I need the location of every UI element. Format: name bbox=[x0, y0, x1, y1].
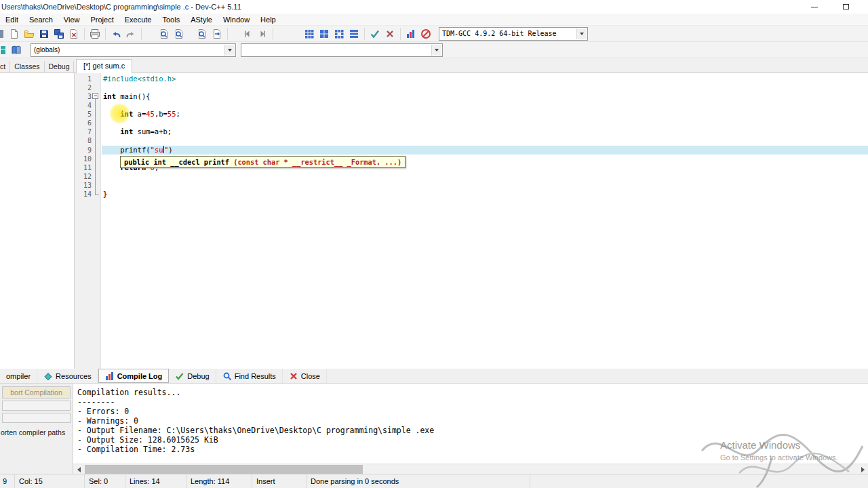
devcpp-window: Users\thaks\OneDrive\Desktop\C programmi… bbox=[0, 0, 868, 488]
print-icon[interactable] bbox=[87, 26, 102, 41]
menu-item-help[interactable]: Help bbox=[255, 14, 281, 25]
delete-profiling-icon[interactable] bbox=[418, 26, 433, 41]
menu-item-window[interactable]: Window bbox=[218, 14, 255, 25]
syntax-check-icon[interactable] bbox=[368, 26, 382, 41]
maximize-button[interactable] bbox=[830, 0, 861, 14]
code-line-14[interactable]: } bbox=[102, 190, 868, 199]
chevron-down-icon[interactable] bbox=[431, 45, 441, 56]
panel-tab-ct[interactable]: ct bbox=[0, 61, 10, 73]
compile-log-output[interactable]: Compilation results...--------- Errors: … bbox=[73, 384, 868, 463]
code-line-13[interactable] bbox=[102, 181, 868, 190]
back-icon[interactable] bbox=[240, 26, 255, 41]
code-editor[interactable]: 1234567891011121314 #include<stdio.h>int… bbox=[75, 73, 868, 369]
forward-icon[interactable] bbox=[255, 26, 270, 41]
scroll-right-button[interactable] bbox=[857, 464, 868, 474]
find-icon[interactable] bbox=[157, 26, 172, 41]
classbrowser-toolbar: (globals) bbox=[0, 42, 868, 58]
abort-compile-icon[interactable] bbox=[382, 26, 397, 41]
code-line-5[interactable]: int a=45,b=55; bbox=[102, 110, 868, 119]
shorten-compiler-paths-checkbox[interactable]: orten compiler paths bbox=[0, 423, 73, 436]
save-icon[interactable] bbox=[37, 26, 52, 41]
compiler-panel-button[interactable] bbox=[2, 413, 71, 423]
member-select[interactable] bbox=[241, 43, 443, 57]
report-tab-find-results[interactable]: Find Results bbox=[216, 369, 283, 383]
find-in-files-icon[interactable] bbox=[195, 26, 210, 41]
horizontal-scrollbar[interactable] bbox=[0, 464, 868, 474]
code-lines[interactable]: #include<stdio.h>int main(){ int a=45,b=… bbox=[102, 75, 868, 199]
menu-item-execute[interactable]: Execute bbox=[119, 14, 157, 25]
gutter-line-number: 12 bbox=[75, 172, 100, 181]
menu-item-view[interactable]: View bbox=[58, 14, 85, 25]
code-segment: 55 bbox=[167, 110, 176, 118]
redo-icon[interactable] bbox=[123, 26, 138, 41]
goto-line-icon[interactable] bbox=[210, 26, 224, 41]
panel-tab-debug[interactable]: Debug bbox=[45, 61, 75, 73]
code-line-3[interactable]: int main(){ bbox=[102, 92, 868, 101]
menu-item-edit[interactable]: Edit bbox=[0, 14, 24, 25]
compiler-side-panel: bort Compilation orten compiler paths bbox=[0, 384, 73, 472]
close-file-icon[interactable] bbox=[66, 26, 81, 41]
replace-icon[interactable] bbox=[172, 26, 186, 41]
code-segment: int bbox=[103, 92, 116, 100]
menu-item-astyle[interactable]: AStyle bbox=[185, 14, 218, 25]
compiler-profile-select[interactable]: TDM-GCC 4.9.2 64-bit Release bbox=[439, 27, 588, 41]
main-area: 1234567891011121314 #include<stdio.h>int… bbox=[0, 73, 868, 369]
menu-item-project[interactable]: Project bbox=[85, 14, 119, 25]
code-line-8[interactable] bbox=[102, 136, 868, 145]
fold-line-end bbox=[95, 195, 99, 195]
code-line-9[interactable]: printf("su") bbox=[102, 146, 868, 155]
gutter-line-number: 5 bbox=[75, 110, 100, 119]
open-file-icon[interactable] bbox=[22, 26, 37, 41]
globals-scope-select[interactable]: (globals) bbox=[31, 43, 236, 57]
fold-collapse-icon[interactable] bbox=[92, 93, 98, 99]
compiler-panel-button[interactable] bbox=[2, 401, 71, 411]
gutter-line-number: 6 bbox=[75, 119, 100, 127]
chevron-down-icon[interactable] bbox=[576, 28, 587, 39]
code-segment: #include<stdio.h> bbox=[103, 75, 176, 83]
code-segment: main(){ bbox=[116, 92, 151, 100]
partial-icon[interactable] bbox=[0, 26, 7, 41]
code-segment: 45 bbox=[146, 110, 155, 118]
class-browser-icon[interactable] bbox=[9, 43, 24, 58]
minimize-button[interactable] bbox=[799, 0, 830, 14]
report-tab-ompiler[interactable]: ompiler bbox=[0, 369, 37, 383]
undo-icon[interactable] bbox=[108, 26, 123, 41]
code-segment: ; bbox=[176, 110, 180, 118]
report-tab-close[interactable]: Close bbox=[283, 369, 327, 383]
project-options-icon[interactable] bbox=[332, 26, 347, 41]
save-all-icon[interactable] bbox=[52, 26, 66, 41]
scrollbar-track[interactable] bbox=[73, 464, 868, 474]
code-line-1[interactable]: #include<stdio.h> bbox=[102, 75, 868, 83]
log-line: Compilation results... bbox=[77, 388, 868, 397]
scrollbar-thumb[interactable] bbox=[85, 465, 363, 474]
project-browser-panel[interactable] bbox=[0, 73, 75, 369]
title-bar: Users\thaks\OneDrive\Desktop\C programmi… bbox=[0, 0, 868, 14]
report-area: bort Compilation orten compiler paths Co… bbox=[0, 384, 868, 464]
gutter-line-number: 4 bbox=[75, 101, 100, 110]
code-segment: printf( bbox=[103, 146, 151, 154]
partial-icon[interactable] bbox=[0, 43, 9, 58]
makefile-icon[interactable] bbox=[347, 26, 361, 41]
scroll-left-button[interactable] bbox=[73, 464, 84, 474]
remove-from-project-icon[interactable] bbox=[317, 26, 332, 41]
code-line-6[interactable] bbox=[102, 119, 868, 127]
code-line-7[interactable]: int sum=a+b; bbox=[102, 127, 868, 136]
abort-compilation-button[interactable]: bort Compilation bbox=[2, 386, 71, 399]
new-file-icon[interactable] bbox=[7, 26, 22, 41]
status-segment-5: Insert bbox=[252, 474, 307, 488]
code-line-12[interactable] bbox=[102, 172, 868, 181]
report-tab-resources[interactable]: Resources bbox=[37, 369, 98, 383]
panel-tab-classes[interactable]: Classes bbox=[10, 61, 44, 73]
report-tab-compile-log[interactable]: Compile Log bbox=[98, 369, 170, 383]
code-line-2[interactable] bbox=[102, 83, 868, 92]
editor-tab-get-sum[interactable]: [*] get sum.c bbox=[76, 59, 132, 73]
report-tab-label: Resources bbox=[56, 372, 92, 380]
report-tab-debug[interactable]: Debug bbox=[169, 369, 216, 383]
chevron-down-icon[interactable] bbox=[224, 45, 235, 56]
new-project-icon[interactable] bbox=[302, 26, 317, 41]
menu-item-tools[interactable]: Tools bbox=[157, 14, 185, 25]
code-line-4[interactable] bbox=[102, 101, 868, 110]
gutter[interactable]: 1234567891011121314 bbox=[75, 73, 101, 369]
profile-analysis-icon[interactable] bbox=[403, 26, 418, 41]
menu-item-search[interactable]: Search bbox=[24, 14, 58, 25]
